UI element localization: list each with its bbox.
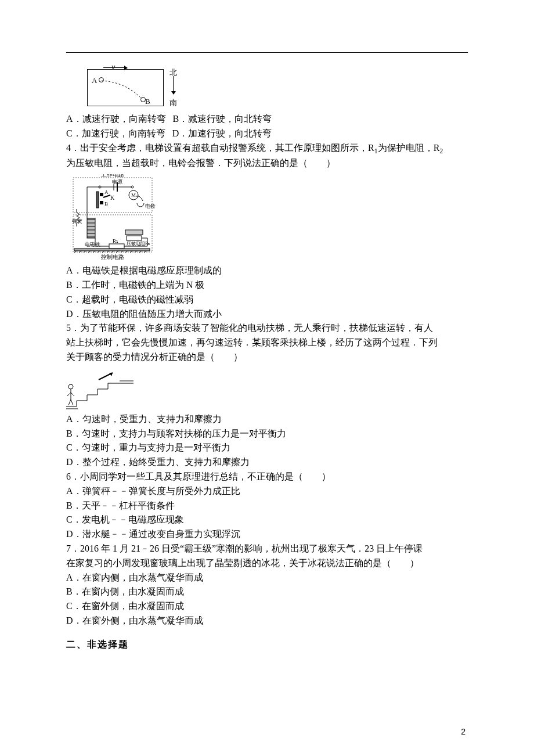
q3-label-B: B [145,96,150,107]
q5-stem-line2: 站上扶梯时，它会先慢慢加速，再匀速运转．某顾客乘扶梯上楼，经历了这两个过程．下列 [66,336,468,350]
section-2-heading: 二、非选择题 [66,638,468,652]
top-horizontal-rule [66,52,468,53]
q6-option-B: B．天平﹣﹣杠杆平衡条件 [66,499,468,513]
q7-option-D: D．在窗外侧，由水蒸气凝华而成 [66,614,468,628]
svg-line-33 [71,399,73,405]
q3-curved-path [102,80,142,99]
q4-option-B: B．工作时，电磁铁的上端为 N 极 [66,278,468,293]
q3-figure: v A B 北 南 [66,63,168,109]
q4-option-A: A．电磁铁是根据电磁感应原理制成的 [66,264,468,278]
q3-compass-south: 南 [169,97,177,109]
q4-option-C: C．超载时，电磁铁的磁性减弱 [66,293,468,307]
q5-option-A: A．匀速时，受重力、支持力和摩擦力 [66,412,468,427]
q4-diag-M: M [131,192,136,198]
q7-option-B: B．在窗内侧，由水凝固而成 [66,585,468,599]
q3-option-B: B．减速行驶，向北转弯 [173,114,272,124]
svg-rect-13 [109,244,124,249]
q4-stem-line2: 为压敏电阻，当超载时，电铃会报警．下列说法正确的是（ ） [66,156,468,171]
q7-stem-line1: 7．2016 年 1 月 21﹣26 日受“霸王级”寒潮的影响，杭州出现了极寒天… [66,542,468,556]
q7-stem-line2: 在家复习的小周发现窗玻璃上出现了晶莹剔透的冰花，关于冰花说法正确的是（ ） [66,556,468,571]
q4-diag-ctrl: 控制电路 [101,254,124,260]
svg-rect-10 [100,201,103,204]
svg-line-31 [71,393,74,396]
svg-rect-11 [96,192,99,208]
svg-line-8 [103,195,110,197]
q4-diag-B: B [104,201,108,207]
q3-compass-arrowhead [171,91,176,95]
svg-line-30 [67,393,71,396]
q4-circuit-figure: 工作电路 电源 M K A B 电铃 弹簧 电磁铁 R₁ 压敏电阻R₂ 控制电路 [68,174,156,261]
q4-diag-R2: 压敏电阻R₂ [127,241,150,246]
q4-diag-source-label: 电源 [112,179,122,185]
q5-stem-line1: 5．为了节能环保，许多商场安装了智能化的电动扶梯，无人乘行时，扶梯低速运转，有人 [66,321,468,336]
q4-stem-part1b: 为保护电阻，R [378,143,440,153]
svg-rect-14 [127,236,142,240]
svg-rect-23 [74,249,150,251]
svg-point-4 [131,186,134,188]
q4-diag-K: K [110,195,115,201]
q4-option-D: D．压敏电阻的阻值随压力增大而减小 [66,307,468,322]
q4-diag-spring: 弹簧 [72,218,82,224]
q3-options-row1: A．减速行驶，向南转弯 B．减速行驶，向北转弯 [66,112,468,127]
q7-option-C: C．在窗外侧，由水凝固而成 [66,599,468,614]
q4-stem-part1: 4．出于安全考虑，电梯设置有超载自动报警系统，其工作原理如图所示，R [66,143,374,153]
q5-option-C: C．匀速时，重力与支持力是一对平衡力 [66,441,468,455]
svg-rect-9 [100,193,103,196]
q6-stem: 6．小周同学对一些工具及其原理进行总结，不正确的是（ ） [66,470,468,484]
q4-stem-line1: 4．出于安全考虑，电梯设置有超载自动报警系统，其工作原理如图所示，R1为保护电阻… [66,141,468,157]
q4-diag-A: A [104,189,109,195]
svg-point-28 [68,384,73,389]
q3-option-C: C．加速行驶，向南转弯 [66,128,165,138]
q3-label-A: A [92,75,97,87]
q5-option-B: B．匀速时，支持力与顾客对扶梯的压力是一对平衡力 [66,427,468,441]
q3-options-row2: C．加速行驶，向南转弯 D．加速行驶，向北转弯 [66,127,468,141]
q5-escalator-figure [66,369,136,410]
q3-option-D: D．加速行驶，向北转弯 [172,128,272,138]
q3-velocity-arrow-line [103,67,127,68]
q5-option-D: D．整个过程，始终受重力、支持力和摩擦力 [66,455,468,470]
svg-line-32 [68,399,71,405]
q4-diag-top-label: 工作电路 [101,174,124,178]
q4-r2-sub: 2 [439,147,443,155]
q4-diag-R1: R₁ [113,238,118,244]
q6-option-C: C．发电机﹣﹣电磁感应现象 [66,513,468,527]
q6-option-D: D．潜水艇﹣﹣通过改变自身重力实现浮沉 [66,527,468,542]
page-content: v A B 北 南 A．减速行驶，向南转弯 B．减速行驶，向北转弯 C．加速行驶… [66,0,468,652]
svg-rect-15 [125,230,143,235]
q7-option-A: A．在窗内侧，由水蒸气凝华而成 [66,571,468,585]
q4-diag-bell: 电铃 [145,203,156,209]
svg-rect-12 [87,218,95,238]
q4-diag-em: 电磁铁 [85,242,100,247]
page-number: 2 [461,726,466,739]
q6-option-A: A．弹簧秤﹣﹣弹簧长度与所受外力成正比 [66,484,468,499]
q3-velocity-arrow-head [124,66,128,70]
q3-option-A: A．减速行驶，向南转弯 [66,114,166,124]
q5-stem-line3: 关于顾客的受力情况分析正确的是（ ） [66,350,468,365]
